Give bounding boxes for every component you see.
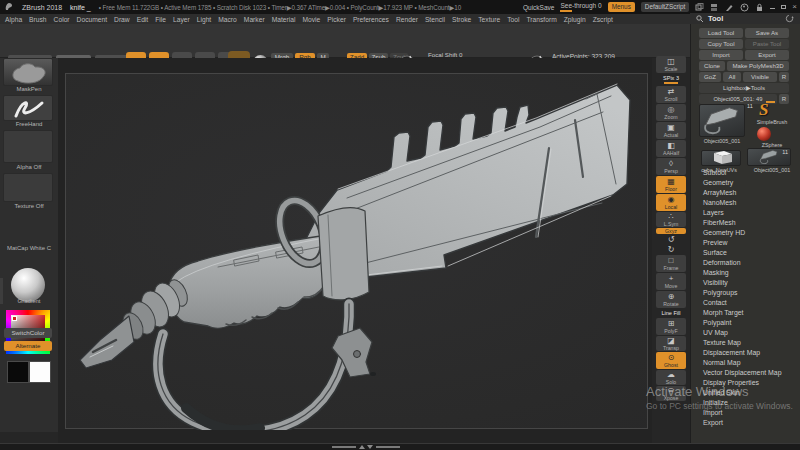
spix-slider[interactable] xyxy=(664,82,678,84)
menu-item[interactable]: Stroke xyxy=(452,16,471,23)
tool-section[interactable]: Masking xyxy=(703,268,799,278)
menu-item[interactable]: Light xyxy=(197,16,212,23)
tool-section[interactable]: Export xyxy=(703,418,799,428)
menu-item[interactable]: Edit xyxy=(137,16,149,23)
menu-item[interactable]: Tool xyxy=(507,16,519,23)
tray-divider-handle[interactable] xyxy=(0,278,3,304)
document-viewport[interactable] xyxy=(65,73,648,429)
copy-ui-icon[interactable] xyxy=(695,3,704,12)
save-as-button[interactable]: Save As xyxy=(745,28,789,38)
divider-grip-right[interactable] xyxy=(376,446,400,448)
alpha-slot[interactable] xyxy=(3,130,53,163)
r-button[interactable]: R xyxy=(779,72,789,82)
zsphere-thumb[interactable] xyxy=(757,127,771,141)
menu-item[interactable]: Color xyxy=(54,16,70,23)
tool-section[interactable]: Subtool xyxy=(703,168,799,178)
export-button[interactable]: Export xyxy=(745,50,789,60)
load-tool-button[interactable]: Load Tool xyxy=(699,28,743,38)
menu-item[interactable]: Layer xyxy=(173,16,190,23)
import-button[interactable]: Import xyxy=(699,50,743,60)
palette-icon[interactable] xyxy=(740,3,749,12)
tool-section[interactable]: Displacement Map xyxy=(703,348,799,358)
tool-section[interactable]: Initialize xyxy=(703,398,799,408)
divider-down-arrow[interactable] xyxy=(367,445,373,449)
menu-item[interactable]: Alpha xyxy=(5,16,22,23)
menu-item[interactable]: Texture xyxy=(478,16,500,23)
right-shelf-item[interactable]: ◧AAHalf xyxy=(656,140,686,157)
brush-config-icon[interactable] xyxy=(725,3,734,12)
current-stroke-thumb[interactable] xyxy=(3,95,53,121)
right-shelf-item[interactable]: Gxyz xyxy=(656,228,686,234)
gradient-label[interactable]: Gradient xyxy=(0,298,58,304)
tool-section[interactable]: Preview xyxy=(703,238,799,248)
lightbox-tools-button[interactable]: Lightbox▶Tools xyxy=(699,83,789,93)
switchcolor-button[interactable]: SwitchColor xyxy=(4,328,52,338)
tool-section[interactable]: Polygroups xyxy=(703,288,799,298)
tool-section[interactable]: Import xyxy=(703,408,799,418)
menu-item[interactable]: Picker xyxy=(327,16,346,23)
tool-section[interactable]: Morph Target xyxy=(703,308,799,318)
tool-section[interactable]: Texture Map xyxy=(703,338,799,348)
main-color-swatch[interactable] xyxy=(7,361,29,383)
search-icon[interactable] xyxy=(696,15,704,23)
refresh-icon[interactable] xyxy=(785,14,794,23)
make-polymesh-button[interactable]: Make PolyMesh3D xyxy=(727,61,789,71)
menu-item[interactable]: Zplugin xyxy=(564,16,586,23)
right-shelf-item[interactable]: ⇄Scroll xyxy=(656,86,686,103)
right-shelf-item[interactable]: ∴L.Sym xyxy=(656,212,686,227)
see-through-slider[interactable]: See-through 0 xyxy=(560,2,601,12)
tool-section[interactable]: Display Properties xyxy=(703,378,799,388)
tool-section[interactable]: Normal Map xyxy=(703,358,799,368)
zscript-button[interactable]: DefaultZScript xyxy=(641,2,690,12)
tool-section[interactable]: Layers xyxy=(703,208,799,218)
tool-section[interactable]: Unified Skin xyxy=(703,388,799,398)
alternate-button[interactable]: Alternate xyxy=(4,341,52,351)
tool-section[interactable]: ArrayMesh xyxy=(703,188,799,198)
tool-section[interactable]: Polypaint xyxy=(703,318,799,328)
right-shelf-item[interactable]: ⊙Ghost xyxy=(656,352,686,369)
simplebrush-icon[interactable]: S xyxy=(759,100,768,120)
restore-button[interactable] xyxy=(781,0,786,14)
layers-icon[interactable] xyxy=(710,3,719,12)
paste-tool-button[interactable]: Paste Tool xyxy=(745,39,789,49)
menu-item[interactable]: Preferences xyxy=(353,16,389,23)
menu-item[interactable]: Macro xyxy=(218,16,237,23)
right-shelf-item[interactable]: ◊Persp xyxy=(656,158,686,175)
clone-button[interactable]: Clone xyxy=(699,61,725,71)
right-shelf-item[interactable]: ◪Transp xyxy=(656,336,686,351)
right-shelf-item[interactable]: ◎Zoom xyxy=(656,104,686,121)
tool-section[interactable]: Vector Displacement Map xyxy=(703,368,799,378)
r2-button[interactable]: R xyxy=(779,94,789,104)
right-shelf-item[interactable]: □Frame xyxy=(656,255,686,272)
right-shelf-item[interactable]: ▣Actual xyxy=(656,122,686,139)
current-brush-thumb[interactable] xyxy=(3,58,53,86)
divider-up-arrow[interactable] xyxy=(359,445,365,449)
tool-section[interactable]: NanoMesh xyxy=(703,198,799,208)
menu-item[interactable]: Transform xyxy=(527,16,557,23)
right-shelf-item[interactable]: SPix 3 xyxy=(656,74,686,85)
knife-model[interactable] xyxy=(66,74,649,430)
menu-item[interactable]: Brush xyxy=(29,16,46,23)
menu-item[interactable]: Render xyxy=(396,16,418,23)
tool-section[interactable]: Geometry xyxy=(703,178,799,188)
right-shelf-item[interactable]: ↺ xyxy=(656,235,686,244)
lock-icon[interactable] xyxy=(755,3,764,12)
menu-item[interactable]: Movie xyxy=(302,16,320,23)
right-shelf-item[interactable]: ≡Xpose xyxy=(656,386,686,401)
quicksave-button[interactable]: QuickSave xyxy=(523,4,554,11)
menu-item[interactable]: File xyxy=(155,16,166,23)
right-shelf-item[interactable]: ◉Local xyxy=(656,194,686,211)
right-shelf-item[interactable]: ▦Floor xyxy=(656,176,686,193)
goz-button[interactable]: GoZ xyxy=(699,72,721,82)
tool-section[interactable]: UV Map xyxy=(703,328,799,338)
cube-thumb[interactable] xyxy=(701,150,741,166)
tool-section[interactable]: Contact xyxy=(703,298,799,308)
menu-item[interactable]: Material xyxy=(272,16,296,23)
right-shelf-item[interactable]: ☁Solo xyxy=(656,370,686,385)
secondary-color-swatch[interactable] xyxy=(29,361,51,383)
tool-section[interactable]: Surface xyxy=(703,248,799,258)
right-shelf-item[interactable]: ↻ xyxy=(656,245,686,254)
right-shelf-item[interactable]: ⊕Rotate xyxy=(656,291,686,308)
right-shelf-item[interactable]: +Move xyxy=(656,273,686,290)
tool-section[interactable]: Deformation xyxy=(703,258,799,268)
